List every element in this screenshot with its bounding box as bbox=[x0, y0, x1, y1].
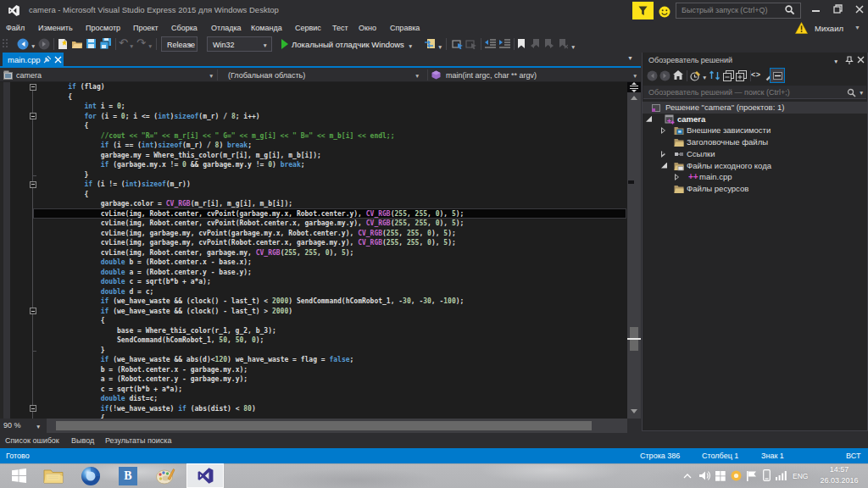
previous-bookmark-button[interactable] bbox=[531, 38, 540, 49]
code-line-15[interactable]: cvLine(img, Robot.center, cvPoint(Robot.… bbox=[101, 219, 465, 229]
undo-dropdown[interactable]: ▼ bbox=[129, 43, 134, 49]
taskbar-b-app[interactable]: B bbox=[109, 463, 147, 488]
code-line-4[interactable]: for (i = 0; i <= (int)sizeof(m_r) / 8; i… bbox=[84, 112, 259, 122]
se-scope-dropdown[interactable]: ▼ bbox=[702, 75, 707, 80]
code-line-11[interactable]: if (i != (int)sizeof(m_r)) bbox=[84, 180, 190, 190]
menu-2[interactable]: Изменить bbox=[38, 24, 73, 32]
panel-tab-2[interactable]: Вывод bbox=[71, 436, 94, 445]
navigate-backward-dropdown[interactable]: ▼ bbox=[31, 43, 36, 49]
save-button[interactable] bbox=[86, 38, 97, 49]
editor-splitter-handle[interactable] bbox=[627, 82, 641, 92]
code-line-31[interactable]: a = (Robot.center.y - garbage.my.y); bbox=[101, 374, 248, 385]
se-search-caret[interactable]: ▼ bbox=[859, 90, 864, 96]
solution-tree[interactable]: Решение "camera" (проектов: 1)cameraВнеш… bbox=[643, 100, 867, 429]
code-line-17[interactable]: cvLine(img, garbage.my, cvPoint(Robot.ce… bbox=[101, 238, 456, 248]
se-forward-button[interactable] bbox=[659, 70, 670, 81]
code-line-34[interactable]: if(!we_have_waste) if (abs(dist) < 80) bbox=[101, 404, 256, 414]
minimize-button[interactable] bbox=[804, 0, 826, 19]
tree-item-3[interactable]: Внешние зависимости bbox=[643, 125, 867, 136]
navigate-threads-button[interactable] bbox=[465, 38, 477, 50]
code-line-16[interactable]: cvLine(img, garbage.my, cvPoint(garbage.… bbox=[101, 229, 456, 239]
pin-panel-icon[interactable] bbox=[845, 56, 854, 64]
tray-show-hidden-icon[interactable] bbox=[683, 473, 692, 479]
horizontal-scrollbar[interactable] bbox=[47, 419, 627, 433]
tray-update-icon[interactable] bbox=[731, 470, 742, 481]
horizontal-scrollbar-thumb[interactable] bbox=[56, 421, 592, 430]
code-line-7[interactable]: if (i == (int)sizeof(m_r) / 8) break; bbox=[101, 141, 252, 151]
se-sync-button[interactable] bbox=[709, 69, 721, 82]
window-position-dropdown[interactable]: ▼ bbox=[833, 58, 838, 64]
code-line-6[interactable]: //cout << "R=" << m_r[i] << " G=" << m_g… bbox=[101, 131, 395, 141]
tree-item-2[interactable]: camera bbox=[643, 114, 867, 125]
undo-button[interactable]: ↶ bbox=[119, 36, 128, 49]
code-line-14[interactable]: cvLine(img, Robot.center, cvPoint(garbag… bbox=[101, 209, 465, 219]
close-panel-icon[interactable] bbox=[857, 56, 865, 64]
show-threads-button[interactable] bbox=[452, 38, 464, 50]
code-line-28[interactable]: } bbox=[101, 346, 105, 356]
bookmarks-overflow-dropdown[interactable]: ▼ bbox=[570, 44, 576, 50]
pin-tab-icon[interactable] bbox=[43, 56, 51, 64]
tree-item-6[interactable]: Файлы исходного кода bbox=[643, 160, 867, 172]
menu-5[interactable]: Сборка bbox=[171, 24, 198, 32]
redo-button[interactable]: ↷ bbox=[136, 36, 146, 49]
navigate-backward-button[interactable] bbox=[17, 38, 29, 50]
code-editor[interactable]: if (flag){int i = 0;for (i = 0; i <= (in… bbox=[0, 82, 641, 419]
platform-combo[interactable]: Win32▼ bbox=[207, 36, 272, 52]
unindent-button[interactable] bbox=[485, 38, 496, 49]
expand-arrow-icon[interactable] bbox=[675, 174, 679, 180]
code-line-19[interactable]: double b = (Robot.center.x - base.x); bbox=[101, 258, 252, 268]
se-view-code-button[interactable]: <> bbox=[751, 70, 761, 79]
collapse-arrow-icon[interactable] bbox=[661, 163, 667, 169]
code-line-18[interactable]: cvLine(img, Robot.center, garbage.my, CV… bbox=[101, 248, 354, 258]
tree-item-1[interactable]: Решение "camera" (проектов: 1) bbox=[643, 102, 867, 114]
code-line-9[interactable]: if (garbage.my.x != 0 && garbage.my.y !=… bbox=[101, 160, 305, 170]
navbar-scope-caret[interactable]: ▼ bbox=[415, 73, 420, 79]
zoom-combo[interactable]: 90 % ▼ bbox=[0, 419, 47, 433]
start-debug-icon[interactable] bbox=[281, 39, 289, 49]
navbar-project-caret[interactable]: ▼ bbox=[209, 73, 214, 79]
tray-language[interactable]: ENG bbox=[793, 472, 808, 480]
menu-3[interactable]: Просмотр bbox=[86, 24, 120, 32]
expand-arrow-icon[interactable] bbox=[661, 127, 665, 134]
menu-11[interactable]: Справка bbox=[390, 24, 420, 32]
navbar-member-combo[interactable]: main(int argc, char ** argv) bbox=[446, 71, 537, 80]
navbar-project-combo[interactable]: camera bbox=[16, 71, 42, 80]
notifications-button[interactable] bbox=[632, 2, 654, 19]
document-list-dropdown[interactable]: ▼ bbox=[627, 55, 633, 61]
start-debug-button[interactable]: Локальный отладчик Windows bbox=[292, 40, 404, 49]
quick-launch-input[interactable]: Быстрый запуск (Ctrl+Q) bbox=[676, 3, 801, 19]
redo-dropdown[interactable]: ▼ bbox=[147, 43, 153, 49]
se-preview-selected-toggle[interactable] bbox=[770, 68, 785, 83]
tray-volume-icon[interactable] bbox=[698, 470, 710, 481]
open-file-button[interactable] bbox=[71, 38, 83, 50]
menu-8[interactable]: Сервис bbox=[295, 24, 321, 32]
indent-button[interactable] bbox=[499, 38, 510, 49]
code-line-10[interactable]: } bbox=[84, 170, 88, 180]
code-line-33[interactable]: double dist=c; bbox=[101, 394, 158, 404]
se-pending-changes-button[interactable] bbox=[690, 70, 701, 81]
code-line-29[interactable]: if (we_have_waste && abs(d)<120) we_have… bbox=[101, 355, 354, 365]
vertical-scrollbar[interactable] bbox=[627, 82, 641, 419]
tray-network-icon[interactable] bbox=[776, 470, 787, 480]
panel-tab-1[interactable]: Список ошибок bbox=[5, 436, 59, 445]
code-line-12[interactable]: { bbox=[84, 190, 88, 200]
code-line-26[interactable]: base = Where_this_color(r_1, g_2, b_3); bbox=[117, 326, 276, 336]
configuration-combo[interactable]: Release▼ bbox=[161, 36, 198, 52]
sync-with-active-document-button[interactable] bbox=[424, 38, 436, 50]
restore-button[interactable] bbox=[826, 0, 849, 19]
save-all-button[interactable] bbox=[99, 37, 112, 50]
code-line-22[interactable]: double d = c; bbox=[101, 287, 154, 297]
tray-windows-icon[interactable] bbox=[715, 471, 726, 481]
se-show-all-files-button[interactable] bbox=[736, 70, 747, 81]
menu-9[interactable]: Тест bbox=[332, 24, 348, 32]
se-back-button[interactable] bbox=[647, 70, 658, 81]
expand-arrow-icon[interactable] bbox=[661, 151, 665, 158]
next-bookmark-button[interactable] bbox=[544, 38, 554, 49]
code-line-30[interactable]: b = (Robot.center.x - garbage.my.x); bbox=[101, 365, 248, 375]
start-debug-dropdown[interactable]: ▼ bbox=[408, 43, 413, 49]
toolbar-overflow-dropdown[interactable]: ▼ bbox=[437, 44, 442, 50]
code-line-21[interactable]: double c = sqrt(b*b + a*a); bbox=[101, 277, 211, 287]
code-line-24[interactable]: if (we_have_waste && (clock() - last_t) … bbox=[101, 307, 292, 317]
code-line-3[interactable]: int i = 0; bbox=[84, 102, 125, 112]
tray-action-center-icon[interactable] bbox=[746, 470, 757, 481]
